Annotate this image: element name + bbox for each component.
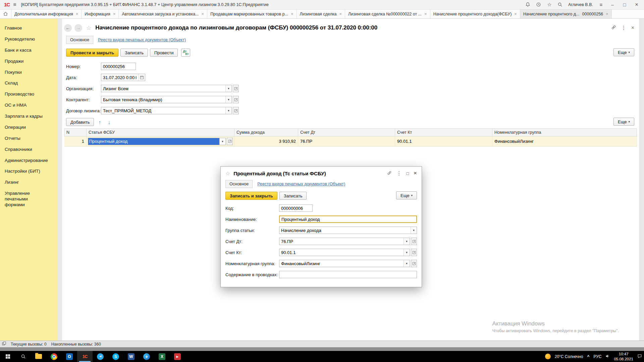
- sidebar-item-bank[interactable]: Банк и касса: [0, 45, 58, 56]
- taskbar-outlook[interactable]: O: [62, 351, 77, 362]
- more-button[interactable]: Еще ▾: [613, 48, 634, 56]
- minimize-button[interactable]: –: [609, 2, 616, 7]
- group-field[interactable]: [279, 227, 411, 234]
- number-field[interactable]: [101, 63, 136, 70]
- col-amount[interactable]: Сумма дохода: [234, 129, 298, 136]
- sidebar-item-manager[interactable]: Руководителю: [0, 34, 58, 45]
- get-link-icon[interactable]: [611, 25, 616, 31]
- post-and-close-button[interactable]: Провести и закрыть: [66, 49, 118, 57]
- dropdown-icon[interactable]: ▾: [404, 238, 410, 245]
- modal-debit-open-icon[interactable]: [411, 238, 417, 245]
- taskbar-telegram[interactable]: [93, 351, 108, 362]
- col-n[interactable]: N: [64, 129, 87, 136]
- taskbar-edge[interactable]: e: [139, 351, 154, 362]
- taskbar-file-explorer[interactable]: [31, 351, 46, 362]
- show-postings-dtkt-button[interactable]: Дт Кт: [181, 49, 190, 57]
- tab-close-icon[interactable]: ×: [113, 11, 116, 16]
- save-button[interactable]: Записать: [120, 49, 148, 57]
- volume-icon[interactable]: [605, 354, 610, 359]
- nav-tab-main[interactable]: Основное: [66, 36, 93, 44]
- close-window-button[interactable]: ×: [633, 2, 640, 8]
- tab-close-icon[interactable]: ×: [76, 11, 78, 16]
- modal-close-icon[interactable]: ×: [414, 170, 417, 177]
- action-center-icon[interactable]: [637, 354, 642, 359]
- tab-additional-info[interactable]: Дополнительная информация ×: [11, 9, 82, 18]
- dropdown-icon[interactable]: ▾: [404, 249, 410, 256]
- tab-close-icon[interactable]: ×: [606, 11, 608, 16]
- modal-save-and-close-button[interactable]: Записать и закрыть: [225, 192, 277, 200]
- organization-field[interactable]: [101, 85, 225, 92]
- current-user[interactable]: Агличев В.В.: [568, 2, 593, 7]
- modal-nomgroup-open-icon[interactable]: [411, 260, 417, 267]
- tray-time[interactable]: 10:47: [619, 352, 629, 356]
- move-row-down-icon[interactable]: ↓: [105, 118, 113, 126]
- col-article[interactable]: Статья ФСБУ: [87, 129, 234, 136]
- tab-home[interactable]: [0, 9, 11, 18]
- notifications-bell-icon[interactable]: [525, 2, 531, 7]
- sidebar-item-main[interactable]: Главное: [0, 23, 58, 34]
- taskbar-search-button[interactable]: [15, 351, 31, 362]
- nav-link-print-registry[interactable]: Реестр видов печатных документов (Объект…: [98, 38, 186, 42]
- form-menu-kebab-icon[interactable]: ⋮: [621, 25, 626, 31]
- code-field[interactable]: [279, 204, 313, 212]
- sidebar-item-purchases[interactable]: Покупки: [0, 67, 58, 78]
- modal-credit-open-icon[interactable]: [411, 249, 417, 256]
- sidebar-item-warehouse[interactable]: Склад: [0, 78, 58, 89]
- language-indicator[interactable]: РУС: [593, 354, 601, 359]
- taskbar-media-app[interactable]: ▶: [170, 351, 185, 362]
- favorite-star-icon[interactable]: ☆: [86, 24, 91, 32]
- grid-row-1[interactable]: 1 Процентный доход ▾: [64, 136, 637, 146]
- dropdown-icon[interactable]: ▾: [404, 260, 410, 267]
- tab-leasing-deal-22[interactable]: Лизинговая сделка №000000022 от ... ×: [345, 9, 430, 18]
- tab-interest-income-doc[interactable]: Начисление процентного д... 000000256 ×: [520, 9, 612, 18]
- tab-close-icon[interactable]: ×: [202, 11, 204, 16]
- modal-get-link-icon[interactable]: [387, 171, 392, 176]
- col-credit[interactable]: Счет Кт: [395, 129, 492, 136]
- sidebar-item-leasing[interactable]: Лизинг: [0, 177, 58, 188]
- sidebar-item-print-forms[interactable]: Управление печатными формами: [0, 188, 50, 210]
- col-nomgroup[interactable]: Номенклатурная группа: [492, 129, 637, 136]
- tab-marked-goods[interactable]: Продавцам маркированных товаров р... ×: [207, 9, 297, 18]
- organization-open-icon[interactable]: [233, 85, 239, 92]
- form-close-icon[interactable]: ×: [631, 25, 634, 31]
- col-debit[interactable]: Счет Дт: [298, 129, 395, 136]
- move-row-up-icon[interactable]: ↑: [96, 118, 103, 126]
- counterparty-field[interactable]: [101, 96, 225, 103]
- leasing-contract-open-icon[interactable]: [233, 107, 239, 114]
- taskbar-skype[interactable]: S: [108, 351, 123, 362]
- modal-nav-link-print-registry[interactable]: Реестр видов печатных документов (Объект…: [257, 182, 345, 186]
- sidebar-item-operations[interactable]: Операции: [0, 122, 58, 133]
- sidebar-item-production[interactable]: Производство: [0, 89, 58, 100]
- modal-more-button[interactable]: Еще ▾: [396, 191, 417, 199]
- tab-close-icon[interactable]: ×: [514, 11, 517, 16]
- main-menu-icon[interactable]: ≡: [13, 2, 16, 8]
- sidebar-item-sales[interactable]: Продажи: [0, 56, 58, 67]
- favorites-star-icon[interactable]: ☆: [547, 2, 552, 7]
- taskbar-1c-app[interactable]: 1С: [77, 351, 93, 362]
- sidebar-item-administration[interactable]: Администрирование: [0, 155, 58, 166]
- forward-button[interactable]: →: [74, 24, 82, 32]
- name-field[interactable]: [279, 216, 417, 223]
- add-row-button[interactable]: Добавить: [66, 118, 94, 126]
- tab-information[interactable]: Информация ×: [82, 9, 119, 18]
- search-icon[interactable]: [557, 2, 563, 7]
- dropdown-icon[interactable]: ▾: [411, 227, 417, 234]
- dropdown-icon[interactable]: ▾: [225, 96, 231, 103]
- modal-save-button[interactable]: Записать: [279, 192, 307, 200]
- weather-text[interactable]: 20°C Солнечно: [555, 354, 583, 359]
- post-button[interactable]: Провести: [150, 49, 178, 57]
- start-button[interactable]: [0, 351, 15, 362]
- modal-nomgroup-field[interactable]: [279, 260, 404, 267]
- taskbar-word[interactable]: W: [123, 351, 139, 362]
- modal-kebab-icon[interactable]: ⋮: [396, 170, 401, 176]
- dropdown-icon[interactable]: ▾: [219, 138, 225, 145]
- taskbar-chrome[interactable]: [46, 351, 62, 362]
- tab-auto-load[interactable]: Автоматическая загрузка и установка... ×: [119, 9, 207, 18]
- tray-date[interactable]: 05.08.2021: [614, 357, 633, 361]
- tab-close-icon[interactable]: ×: [339, 11, 342, 16]
- weather-sun-icon[interactable]: [545, 354, 551, 359]
- sidebar-item-directories[interactable]: Справочники: [0, 144, 58, 155]
- sidebar-item-salary[interactable]: Зарплата и кадры: [0, 111, 58, 122]
- grid-more-button[interactable]: Еще ▾: [613, 118, 634, 126]
- maximize-button[interactable]: □: [621, 2, 628, 7]
